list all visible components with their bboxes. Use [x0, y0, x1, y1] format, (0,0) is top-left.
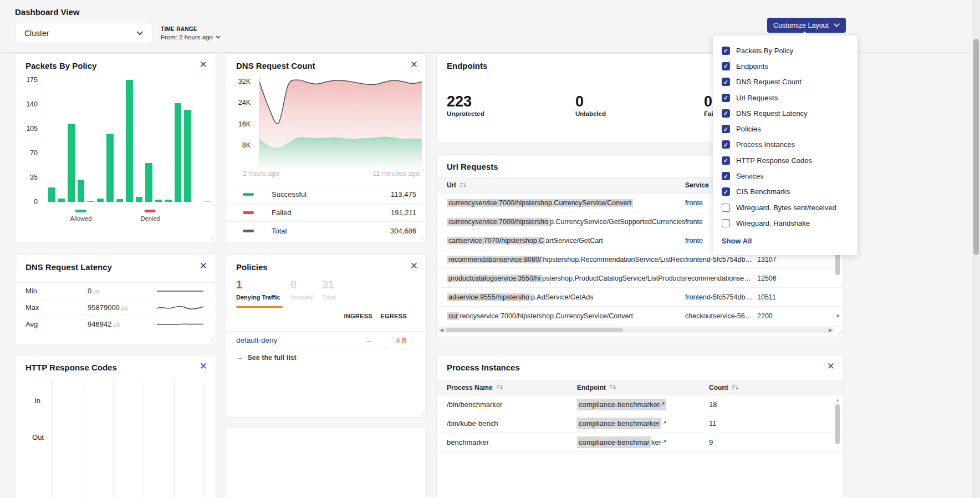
allowed-bar [126, 80, 133, 202]
menu-item[interactable]: ✓ DNS Request Latency [722, 105, 849, 121]
close-icon[interactable]: ✕ [200, 261, 207, 271]
menu-item[interactable]: ✓ Process Instances [722, 137, 849, 153]
y-axis-ticks: 8K16K24K32K [226, 76, 255, 167]
menu-item[interactable]: ✓ Wireguard. Handshake [722, 215, 849, 231]
card-title: DNS Request Latency [25, 262, 112, 272]
count-cell: 2200 [757, 312, 818, 320]
count-cell: 10511 [757, 293, 818, 301]
allowed-bar [155, 200, 162, 202]
legend-row: Successful 113,475 [226, 185, 427, 203]
table-row[interactable]: /bin/kube-bench compliance-benchmarker-*… [437, 414, 843, 433]
resize-handle[interactable] [420, 410, 425, 415]
checkbox[interactable]: ✓ [722, 187, 730, 196]
y-tick: 105 [26, 125, 38, 133]
close-icon[interactable]: ✕ [410, 60, 418, 69]
latency-row-max: Max 95879000μs [16, 299, 216, 316]
checkbox[interactable]: ✓ [722, 109, 730, 118]
allowed-swatch [75, 210, 86, 212]
service-cell: frontend-5fc5754db… [685, 256, 757, 263]
legend-row: Total 304,686 [226, 221, 427, 240]
checkbox[interactable]: ✓ [722, 47, 730, 55]
page-scrollbar[interactable] [972, 0, 980, 498]
table-row[interactable]: productcatalogservice:3550/hipstershop.P… [437, 269, 843, 288]
partial-card [226, 428, 427, 498]
count-cell: 9 [709, 438, 792, 446]
menu-item-label: Packets By Policy [736, 47, 793, 55]
endpoint-highlight: compliance-benchmar [577, 436, 651, 448]
endpoint-cell: compliance-benchmarker-* [577, 438, 709, 446]
show-all-link[interactable]: Show All [722, 237, 849, 245]
legend-value: 191,211 [391, 209, 416, 217]
time-range-value[interactable]: From: 2 hours ago [161, 34, 221, 40]
latency-value: 95879000μs [88, 303, 128, 312]
table-row[interactable]: benchmarker compliance-benchmarker-* 9 [437, 433, 843, 452]
column-header-count[interactable]: Count [709, 384, 792, 392]
horizontal-scrollbar[interactable]: ◀ ▶ [438, 327, 834, 333]
checkbox[interactable]: ✓ [722, 156, 730, 165]
close-icon[interactable]: ✕ [200, 60, 207, 69]
see-full-list-link[interactable]: → See the full list [236, 354, 297, 362]
customize-layout-button[interactable]: Customize Layout [767, 18, 846, 33]
policy-row: default-deny – 4 B [226, 331, 426, 348]
resize-handle[interactable] [209, 235, 214, 240]
service-cell: frontend-5fc5754db… [685, 293, 757, 301]
arrow-right-icon: → [236, 354, 243, 362]
cluster-select[interactable]: Cluster [15, 23, 152, 43]
table-row[interactable]: adservice:9555/hipstershop.AdService/Get… [437, 288, 843, 307]
checkbox[interactable]: ✓ [722, 125, 730, 133]
scroll-down-arrow-icon[interactable]: ▼ [835, 313, 840, 319]
table-row[interactable]: currencyservice:7000/hipstershop.Currenc… [437, 307, 843, 326]
menu-item[interactable]: ✓ Services [722, 168, 849, 184]
sort-icon [496, 384, 503, 392]
scroll-left-arrow-icon[interactable]: ◀ [440, 327, 443, 333]
card-title: DNS Request Count [236, 61, 315, 70]
allowed-bar [136, 197, 143, 202]
count-cell: 13107 [757, 256, 818, 263]
scroll-up-arrow-icon[interactable]: ▲ [835, 398, 840, 403]
checkbox[interactable]: ✓ [722, 62, 730, 70]
menu-item[interactable]: ✓ HTTP Response Codes [722, 153, 849, 168]
policy-name-link[interactable]: default-deny [236, 336, 277, 344]
menu-item[interactable]: ✓ DNS Request Count [722, 74, 849, 90]
resize-handle[interactable] [209, 338, 214, 343]
column-header-url[interactable]: Url [437, 181, 685, 190]
horizontal-scroll-thumb[interactable] [446, 328, 623, 332]
allowed-bar [87, 201, 94, 202]
vertical-scrollbar[interactable] [835, 404, 840, 444]
checkbox[interactable]: ✓ [722, 78, 730, 86]
menu-item[interactable]: ✓ Wireguard. Bytes sent/received [722, 200, 849, 215]
tab-total[interactable]: 31 Total [322, 277, 350, 301]
checkbox[interactable]: ✓ [722, 204, 730, 212]
menu-item[interactable]: ✓ Endpoints [722, 58, 849, 74]
menu-item[interactable]: ✓ Packets By Policy [722, 43, 849, 58]
column-header-endpoint[interactable]: Endpoint [577, 384, 709, 392]
tab-denying-traffic[interactable]: 1 Denying Traffic [236, 277, 290, 301]
close-icon[interactable]: ✕ [827, 362, 835, 371]
tab-label: Total [322, 294, 350, 301]
menu-item[interactable]: ✓ CIS Benchmarks [722, 184, 849, 200]
table-row[interactable]: /bin/benchmarker compliance-benchmarker-… [437, 395, 843, 414]
legend-label: Allowed [70, 215, 92, 222]
checkbox[interactable]: ✓ [722, 219, 730, 227]
bar-chart [48, 80, 211, 202]
stat-value: 223 [447, 94, 575, 109]
column-header-process-name[interactable]: Process Name [437, 384, 577, 392]
resize-handle[interactable] [836, 330, 841, 335]
menu-item-label: CIS Benchmarks [736, 187, 790, 196]
checkbox[interactable]: ✓ [722, 94, 730, 102]
card-title: Process Instances [447, 363, 520, 372]
menu-item[interactable]: ✓ Policies [722, 121, 849, 136]
allowed-bar [48, 187, 55, 202]
y-tick: 35 [30, 174, 38, 181]
checkbox[interactable]: ✓ [722, 172, 730, 180]
close-icon[interactable]: ✕ [410, 261, 418, 271]
tab-unused[interactable]: 0 Unused [290, 277, 322, 301]
menu-item[interactable]: ✓ Url Requests [722, 90, 849, 105]
scroll-right-arrow-icon[interactable]: ▶ [829, 327, 833, 333]
y-tick: 175 [26, 76, 38, 84]
chevron-down-icon [834, 23, 840, 27]
chevron-down-icon [136, 31, 143, 35]
close-icon[interactable]: ✕ [200, 362, 207, 371]
page-scrollbar-thumb[interactable] [973, 39, 979, 255]
checkbox[interactable]: ✓ [722, 140, 730, 149]
